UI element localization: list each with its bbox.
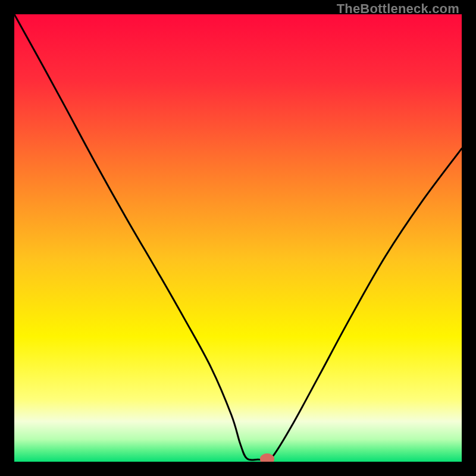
optimal-point-marker <box>260 453 274 462</box>
chart-outer-frame: TheBottleneck.com <box>0 0 476 476</box>
bottleneck-curve-svg <box>14 14 462 462</box>
chart-plot-area <box>14 14 462 462</box>
bottleneck-curve-path <box>14 14 462 460</box>
